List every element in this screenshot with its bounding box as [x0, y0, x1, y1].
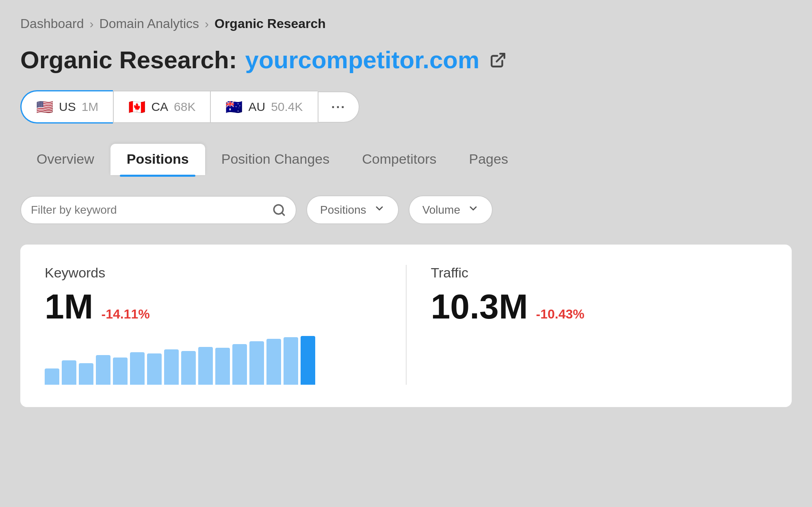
flag-ca: 🇨🇦	[128, 99, 145, 115]
traffic-metric: Traffic 10.3M -10.43%	[406, 265, 768, 385]
volume-dropdown-chevron	[468, 203, 479, 217]
filter-row: Positions Volume	[20, 195, 792, 224]
main-card: Keywords 1M -14.11% Traffic 10.3M -10.43…	[20, 245, 792, 407]
volume-dropdown-label: Volume	[422, 204, 460, 217]
bar	[232, 344, 247, 385]
tab-position-changes[interactable]: Position Changes	[205, 144, 346, 175]
bar	[147, 353, 162, 385]
breadcrumb-dashboard[interactable]: Dashboard	[20, 16, 84, 31]
traffic-change: -10.43%	[536, 307, 585, 322]
positions-dropdown[interactable]: Positions	[306, 195, 399, 224]
country-code-ca: CA	[151, 100, 168, 114]
tab-positions[interactable]: Positions	[110, 144, 205, 175]
tab-competitors[interactable]: Competitors	[346, 144, 453, 175]
tab-overview[interactable]: Overview	[20, 144, 110, 175]
keywords-chart	[45, 336, 381, 385]
bar	[284, 337, 298, 385]
traffic-value-row: 10.3M -10.43%	[431, 289, 768, 324]
bar	[215, 348, 230, 385]
country-code-au: AU	[248, 100, 265, 114]
keywords-value: 1M	[45, 289, 93, 324]
flag-us: 🇺🇸	[36, 99, 53, 115]
breadcrumb-separator-1: ›	[90, 17, 94, 31]
breadcrumb-organic-research: Organic Research	[214, 16, 326, 31]
traffic-value: 10.3M	[431, 289, 528, 324]
metrics-row: Keywords 1M -14.11% Traffic 10.3M -10.43…	[45, 265, 767, 385]
country-count-ca: 68K	[174, 100, 195, 114]
positions-dropdown-label: Positions	[320, 204, 366, 217]
country-count-us: 1M	[82, 100, 99, 114]
bar	[79, 363, 93, 385]
bar	[266, 339, 281, 385]
tab-bar: Overview Positions Position Changes Comp…	[20, 144, 792, 175]
bar	[113, 358, 128, 385]
search-input[interactable]	[31, 204, 266, 217]
page-title-prefix: Organic Research:	[20, 46, 237, 74]
search-box	[20, 196, 297, 224]
keywords-value-row: 1M -14.11%	[45, 289, 381, 324]
country-btn-ca[interactable]: 🇨🇦 CA 68K	[113, 91, 210, 123]
breadcrumb-separator-2: ›	[205, 17, 209, 31]
svg-line-2	[282, 212, 284, 215]
search-icon[interactable]	[272, 203, 286, 217]
bar	[301, 336, 315, 385]
country-more-btn[interactable]: ···	[318, 91, 360, 123]
bar	[45, 368, 59, 385]
keywords-label: Keywords	[45, 265, 381, 281]
bar	[164, 349, 179, 385]
page-title-domain[interactable]: yourcompetitor.com	[245, 46, 480, 74]
keywords-metric: Keywords 1M -14.11%	[45, 265, 406, 385]
svg-line-0	[497, 54, 505, 61]
bar	[249, 341, 264, 385]
country-btn-us[interactable]: 🇺🇸 US 1M	[20, 90, 113, 124]
keywords-change: -14.11%	[101, 307, 149, 322]
bar	[198, 347, 213, 385]
bar	[130, 352, 145, 385]
page-title: Organic Research: yourcompetitor.com	[20, 46, 792, 74]
breadcrumb: Dashboard › Domain Analytics › Organic R…	[20, 16, 792, 31]
bar	[62, 360, 76, 385]
country-count-au: 50.4K	[271, 100, 303, 114]
traffic-label: Traffic	[431, 265, 768, 281]
country-btn-au[interactable]: 🇦🇺 AU 50.4K	[210, 91, 317, 123]
country-selector: 🇺🇸 US 1M 🇨🇦 CA 68K 🇦🇺 AU 50.4K ···	[20, 90, 792, 124]
bar	[96, 355, 110, 385]
flag-au: 🇦🇺	[225, 99, 243, 115]
country-code-us: US	[59, 100, 76, 114]
bar	[181, 351, 196, 385]
volume-dropdown[interactable]: Volume	[409, 195, 493, 224]
external-link-icon[interactable]	[487, 50, 509, 71]
positions-dropdown-chevron	[374, 203, 385, 217]
tab-pages[interactable]: Pages	[453, 144, 524, 175]
breadcrumb-domain-analytics[interactable]: Domain Analytics	[100, 16, 199, 31]
